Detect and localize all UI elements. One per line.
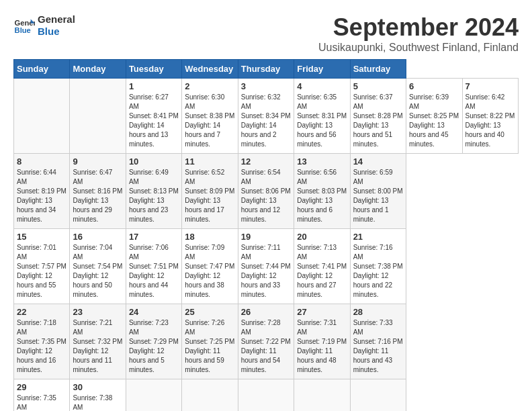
day-info: Sunrise: 6:52 AM Sunset: 8:09 PM Dayligh… — [185, 168, 234, 224]
location-subtitle: Uusikaupunki, Southwest Finland, Finland — [318, 42, 519, 54]
calendar-day-cell — [182, 379, 238, 412]
calendar-day-header: Friday — [294, 60, 350, 79]
day-info: Sunrise: 6:30 AM Sunset: 8:38 PM Dayligh… — [185, 93, 234, 149]
day-number: 13 — [297, 156, 347, 167]
logo-text-line1: General — [38, 13, 75, 26]
day-number: 18 — [185, 232, 234, 242]
day-number: 1 — [129, 81, 179, 91]
calendar-week-row: 29 Sunrise: 7:35 AM Sunset: 7:13 PM Dayl… — [14, 379, 519, 412]
day-info: Sunrise: 7:09 AM Sunset: 7:47 PM Dayligh… — [185, 243, 234, 300]
day-number: 23 — [73, 307, 122, 317]
day-info: Sunrise: 7:26 AM Sunset: 7:25 PM Dayligh… — [185, 318, 234, 375]
day-info: Sunrise: 6:49 AM Sunset: 8:13 PM Dayligh… — [129, 168, 179, 224]
day-number: 21 — [353, 232, 403, 242]
day-number: 17 — [129, 232, 179, 242]
calendar-day-cell: 29 Sunrise: 7:35 AM Sunset: 7:13 PM Dayl… — [14, 379, 70, 412]
day-info: Sunrise: 6:32 AM Sunset: 8:34 PM Dayligh… — [241, 93, 291, 149]
calendar-day-cell: 22 Sunrise: 7:18 AM Sunset: 7:35 PM Dayl… — [14, 304, 70, 379]
day-number: 3 — [241, 81, 291, 91]
title-block: September 2024 Uusikaupunki, Southwest F… — [318, 13, 519, 54]
calendar-day-cell: 28 Sunrise: 7:33 AM Sunset: 7:16 PM Dayl… — [350, 304, 406, 379]
day-number: 22 — [17, 307, 66, 317]
logo-icon: General Blue — [13, 15, 35, 36]
calendar-day-cell — [294, 379, 350, 412]
day-number: 16 — [73, 232, 122, 242]
day-number: 9 — [73, 156, 122, 167]
day-info: Sunrise: 7:31 AM Sunset: 7:19 PM Dayligh… — [297, 318, 347, 375]
day-number: 25 — [185, 307, 234, 317]
day-info: Sunrise: 7:13 AM Sunset: 7:41 PM Dayligh… — [297, 243, 347, 300]
calendar-day-cell: 23 Sunrise: 7:21 AM Sunset: 7:32 PM Dayl… — [70, 304, 126, 379]
day-number: 8 — [17, 156, 66, 167]
calendar-week-row: 1 Sunrise: 6:27 AM Sunset: 8:41 PM Dayli… — [14, 79, 519, 154]
day-info: Sunrise: 6:54 AM Sunset: 8:06 PM Dayligh… — [241, 168, 291, 224]
month-year-title: September 2024 — [318, 13, 519, 42]
day-info: Sunrise: 7:18 AM Sunset: 7:35 PM Dayligh… — [17, 318, 66, 375]
day-number: 10 — [129, 156, 179, 167]
calendar-day-cell: 17 Sunrise: 7:06 AM Sunset: 7:51 PM Dayl… — [126, 229, 181, 304]
day-number: 24 — [129, 307, 179, 317]
calendar-day-cell: 18 Sunrise: 7:09 AM Sunset: 7:47 PM Dayl… — [182, 229, 238, 304]
day-info: Sunrise: 6:56 AM Sunset: 8:03 PM Dayligh… — [297, 168, 347, 224]
calendar-day-header: Wednesday — [182, 60, 238, 79]
calendar-day-header: Saturday — [350, 60, 406, 79]
day-number: 12 — [241, 156, 291, 167]
day-number: 26 — [241, 307, 291, 317]
calendar-day-header: Monday — [70, 60, 126, 79]
calendar-day-cell: 4 Sunrise: 6:35 AM Sunset: 8:31 PM Dayli… — [294, 79, 350, 154]
calendar-day-cell: 10 Sunrise: 6:49 AM Sunset: 8:13 PM Dayl… — [126, 154, 181, 229]
day-info: Sunrise: 7:11 AM Sunset: 7:44 PM Dayligh… — [241, 243, 291, 300]
day-info: Sunrise: 7:38 AM Sunset: 7:10 PM Dayligh… — [73, 394, 122, 411]
day-info: Sunrise: 7:33 AM Sunset: 7:16 PM Dayligh… — [353, 318, 403, 375]
calendar-day-cell — [126, 379, 181, 412]
calendar-day-cell: 7 Sunrise: 6:42 AM Sunset: 8:22 PM Dayli… — [462, 79, 519, 154]
day-info: Sunrise: 7:35 AM Sunset: 7:13 PM Dayligh… — [17, 394, 66, 411]
calendar-day-header: Thursday — [238, 60, 294, 79]
calendar-day-cell — [238, 379, 294, 412]
day-info: Sunrise: 6:37 AM Sunset: 8:28 PM Dayligh… — [353, 93, 403, 149]
day-info: Sunrise: 7:04 AM Sunset: 7:54 PM Dayligh… — [73, 243, 122, 300]
day-info: Sunrise: 7:01 AM Sunset: 7:57 PM Dayligh… — [17, 243, 66, 300]
calendar-week-row: 8 Sunrise: 6:44 AM Sunset: 8:19 PM Dayli… — [14, 154, 519, 229]
calendar-day-cell: 14 Sunrise: 6:59 AM Sunset: 8:00 PM Dayl… — [350, 154, 406, 229]
day-number: 29 — [17, 382, 66, 392]
day-info: Sunrise: 6:47 AM Sunset: 8:16 PM Dayligh… — [73, 168, 122, 224]
calendar-day-cell: 15 Sunrise: 7:01 AM Sunset: 7:57 PM Dayl… — [14, 229, 70, 304]
calendar-day-cell: 6 Sunrise: 6:39 AM Sunset: 8:25 PM Dayli… — [406, 79, 462, 154]
calendar-day-cell: 16 Sunrise: 7:04 AM Sunset: 7:54 PM Dayl… — [70, 229, 126, 304]
calendar-day-cell: 12 Sunrise: 6:54 AM Sunset: 8:06 PM Dayl… — [238, 154, 294, 229]
calendar-day-header: Sunday — [14, 60, 70, 79]
day-info: Sunrise: 7:28 AM Sunset: 7:22 PM Dayligh… — [241, 318, 291, 375]
day-info: Sunrise: 6:39 AM Sunset: 8:25 PM Dayligh… — [409, 93, 459, 149]
day-number: 27 — [297, 307, 347, 317]
calendar-day-cell: 30 Sunrise: 7:38 AM Sunset: 7:10 PM Dayl… — [70, 379, 126, 412]
calendar-day-cell: 2 Sunrise: 6:30 AM Sunset: 8:38 PM Dayli… — [182, 79, 238, 154]
calendar-table: SundayMondayTuesdayWednesdayThursdayFrid… — [13, 59, 519, 411]
page-header: General Blue General Blue September 2024… — [13, 13, 519, 54]
calendar-day-cell — [350, 379, 406, 412]
calendar-empty-cell — [14, 79, 70, 154]
calendar-day-cell: 19 Sunrise: 7:11 AM Sunset: 7:44 PM Dayl… — [238, 229, 294, 304]
calendar-day-cell: 21 Sunrise: 7:16 AM Sunset: 7:38 PM Dayl… — [350, 229, 406, 304]
calendar-day-cell: 24 Sunrise: 7:23 AM Sunset: 7:29 PM Dayl… — [126, 304, 181, 379]
day-number: 6 — [409, 81, 459, 91]
calendar-day-cell: 5 Sunrise: 6:37 AM Sunset: 8:28 PM Dayli… — [350, 79, 406, 154]
calendar-empty-cell — [70, 79, 126, 154]
day-info: Sunrise: 6:35 AM Sunset: 8:31 PM Dayligh… — [297, 93, 347, 149]
day-info: Sunrise: 6:59 AM Sunset: 8:00 PM Dayligh… — [353, 168, 403, 224]
day-number: 7 — [466, 81, 516, 91]
day-info: Sunrise: 7:23 AM Sunset: 7:29 PM Dayligh… — [129, 318, 179, 375]
day-info: Sunrise: 6:27 AM Sunset: 8:41 PM Dayligh… — [129, 93, 179, 149]
calendar-day-cell: 9 Sunrise: 6:47 AM Sunset: 8:16 PM Dayli… — [70, 154, 126, 229]
calendar-day-cell: 20 Sunrise: 7:13 AM Sunset: 7:41 PM Dayl… — [294, 229, 350, 304]
day-number: 28 — [353, 307, 403, 317]
calendar-day-cell: 3 Sunrise: 6:32 AM Sunset: 8:34 PM Dayli… — [238, 79, 294, 154]
calendar-day-cell: 27 Sunrise: 7:31 AM Sunset: 7:19 PM Dayl… — [294, 304, 350, 379]
logo: General Blue General Blue — [13, 13, 75, 38]
calendar-week-row: 15 Sunrise: 7:01 AM Sunset: 7:57 PM Dayl… — [14, 229, 519, 304]
calendar-header-row: SundayMondayTuesdayWednesdayThursdayFrid… — [14, 60, 519, 79]
day-info: Sunrise: 7:16 AM Sunset: 7:38 PM Dayligh… — [353, 243, 403, 300]
day-info: Sunrise: 7:06 AM Sunset: 7:51 PM Dayligh… — [129, 243, 179, 300]
calendar-day-cell: 8 Sunrise: 6:44 AM Sunset: 8:19 PM Dayli… — [14, 154, 70, 229]
day-number: 20 — [297, 232, 347, 242]
